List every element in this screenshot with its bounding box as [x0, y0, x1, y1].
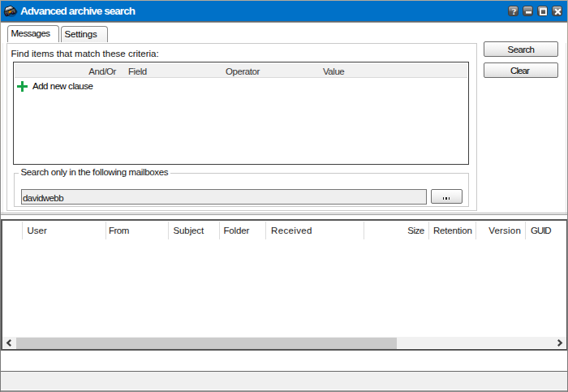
svg-text:?: ?: [512, 6, 517, 16]
